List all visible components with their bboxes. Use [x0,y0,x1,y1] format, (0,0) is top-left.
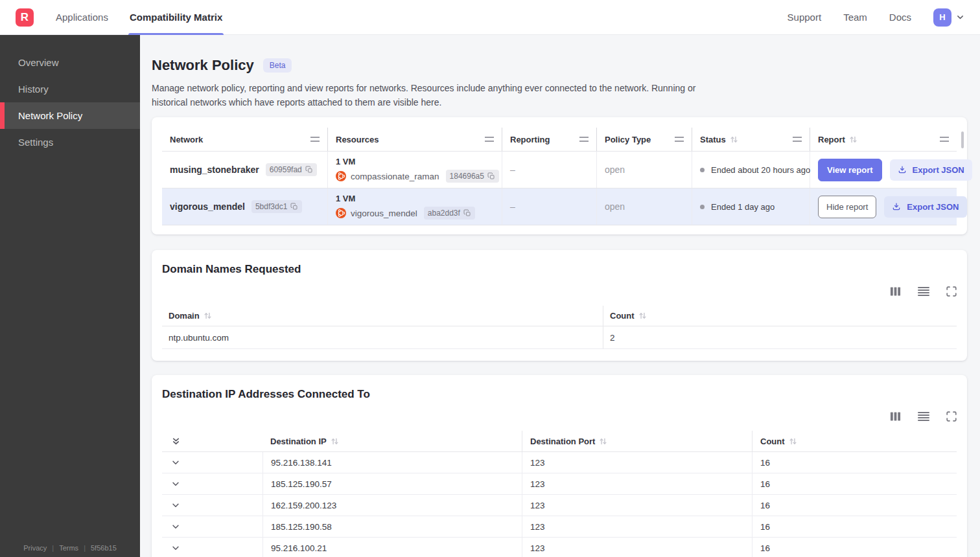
column-header-policy-type[interactable]: Policy Type [605,135,651,144]
nav-link-support[interactable]: Support [788,12,822,23]
column-header-count[interactable]: Count [760,437,785,446]
destination-table-header: Destination IP Destination Port Count [162,431,957,452]
count-value: 16 [760,501,770,510]
table-scrollbar-thumb[interactable] [961,131,964,148]
export-json-button[interactable]: Export JSON [890,159,972,181]
expand-row-icon[interactable] [171,458,180,467]
resource-name: vigorous_mendel [351,209,417,218]
destination-card-toolbar [162,411,957,422]
resource-name: compassionate_raman [351,172,439,181]
column-resize-handle[interactable] [485,137,494,142]
column-resize-handle[interactable] [310,137,320,142]
column-header-status[interactable]: Status [700,135,726,144]
expand-row-icon[interactable] [171,501,180,510]
destination-table: Destination IP Destination Port Count [162,431,957,557]
app-logo[interactable]: R [16,8,34,27]
column-header-destination-ip[interactable]: Destination IP [270,437,327,446]
network-table-row: vigorous_mendel 5bdf3dc1 1 VM vigorous_m… [162,188,957,225]
fullscreen-icon[interactable] [946,286,957,297]
sidebar-item-settings[interactable]: Settings [0,129,140,155]
column-header-reporting[interactable]: Reporting [510,135,550,144]
page-title: Network Policy [152,57,254,74]
column-header-network[interactable]: Network [170,135,203,144]
user-menu[interactable]: H [933,8,964,27]
download-icon [892,202,901,211]
count-value: 16 [760,458,770,468]
sidebar: Overview History Network Policy Settings… [0,35,140,557]
destination-port-value: 123 [530,543,545,553]
copy-icon[interactable] [305,166,313,174]
sort-icon[interactable] [638,312,647,320]
expand-row-icon[interactable] [171,543,180,552]
sidebar-item-history[interactable]: History [0,76,140,102]
count-value: 16 [760,543,770,553]
copy-icon[interactable] [290,203,298,210]
rows-density-icon[interactable] [918,286,929,297]
nav-link-docs[interactable]: Docs [889,12,911,23]
columns-icon[interactable] [890,411,901,422]
terms-link[interactable]: Terms [59,544,78,552]
column-header-destination-port[interactable]: Destination Port [530,437,595,446]
export-json-button[interactable]: Export JSON [884,196,966,218]
policy-type-value: open [605,201,625,212]
destination-ip-value: 95.216.100.21 [271,543,327,553]
destination-port-value: 123 [530,501,545,510]
sidebar-item-network-policy[interactable]: Network Policy [0,102,140,129]
tab-applications[interactable]: Applications [56,0,108,35]
column-header-count[interactable]: Count [610,311,635,321]
status-text: Ended 1 day ago [711,202,775,212]
avatar[interactable]: H [933,8,951,27]
column-resize-handle[interactable] [675,137,684,142]
network-name: vigorous_mendel [170,201,245,212]
sort-icon[interactable] [730,135,738,144]
nav-tabs: Applications Compatibility Matrix [56,0,244,35]
network-hash-badge[interactable]: 5bdf3dc1 [251,200,302,213]
column-resize-handle[interactable] [579,137,589,142]
column-header-report[interactable]: Report [818,135,845,144]
rows-density-icon[interactable] [918,411,929,422]
report-toggle-button[interactable]: Hide report [818,196,876,218]
report-toggle-button[interactable]: View report [818,159,882,181]
domain-value: ntp.ubuntu.com [169,333,229,343]
domain-table: Domain Count ntp.ubuntu.com 2 [162,306,957,349]
sidebar-footer: Privacy | Terms | 5f56b15 [0,544,140,552]
domain-table-header: Domain Count [162,306,957,326]
tab-compatibility-matrix[interactable]: Compatibility Matrix [130,0,222,35]
copy-icon[interactable] [463,209,471,217]
column-header-resources[interactable]: Resources [336,135,379,144]
expand-row-icon[interactable] [171,479,180,488]
destination-ip-value: 185.125.190.57 [271,479,332,489]
sort-icon[interactable] [849,135,858,144]
ubuntu-icon [336,208,346,218]
destination-port-value: 123 [530,479,545,489]
expand-row-icon[interactable] [171,522,180,531]
column-header-domain[interactable]: Domain [169,311,200,321]
domain-card-toolbar [162,286,957,297]
expand-all-icon[interactable] [171,437,181,446]
sort-icon[interactable] [599,437,607,446]
resource-hash-badge[interactable]: 184696a5 [446,170,499,183]
main-content: Network Policy Beta Manage network polic… [140,0,980,557]
destination-port-value: 123 [530,522,545,532]
sidebar-item-overview[interactable]: Overview [0,49,140,76]
network-hash-badge[interactable]: 60959fad [266,163,317,176]
ubuntu-icon [336,171,346,181]
sort-icon[interactable] [204,312,212,320]
destination-port-value: 123 [530,458,545,468]
columns-icon[interactable] [890,286,901,297]
column-resize-handle[interactable] [793,137,802,142]
privacy-link[interactable]: Privacy [23,544,47,552]
chevron-down-icon [956,13,964,21]
sort-icon[interactable] [789,437,797,446]
column-resize-handle[interactable] [940,137,949,142]
beta-badge: Beta [263,58,292,73]
destination-ip-value: 185.125.190.58 [271,522,332,532]
copy-icon[interactable] [487,172,495,180]
count-value: 16 [760,522,770,532]
fullscreen-icon[interactable] [946,411,957,422]
status-dot [700,205,705,209]
nav-link-team[interactable]: Team [843,12,867,23]
resource-hash-badge[interactable]: aba2dd3f [424,207,475,220]
navbar-right: Support Team Docs H [788,8,964,27]
sort-icon[interactable] [331,437,339,446]
